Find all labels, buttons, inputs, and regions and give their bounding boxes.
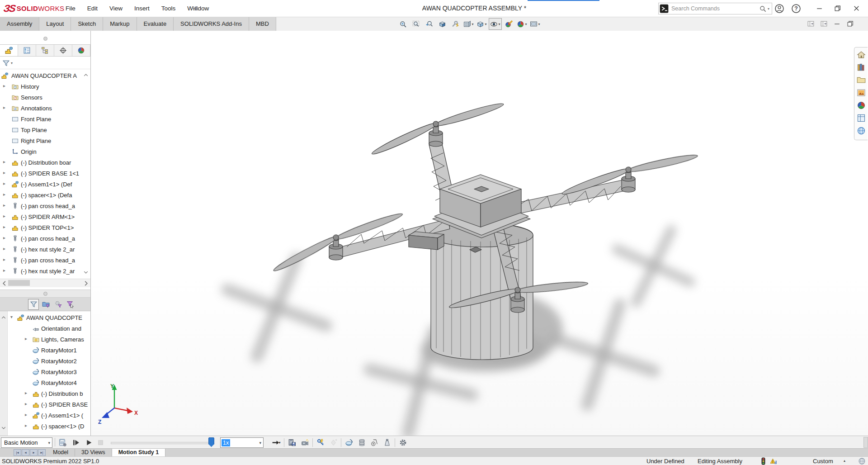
- design-library-icon[interactable]: [857, 63, 866, 72]
- panel-splitter-dot[interactable]: [43, 37, 47, 41]
- tree-item[interactable]: ▸Lights, Cameras: [8, 334, 90, 345]
- tree-item[interactable]: Front Plane: [0, 114, 90, 125]
- apply-scene-icon[interactable]: ▾: [516, 19, 528, 29]
- motion-scroll-down-icon[interactable]: [1, 425, 6, 431]
- filter-icon[interactable]: ▾: [2, 59, 13, 67]
- doc-tab-model[interactable]: Model: [47, 449, 75, 457]
- custom-properties-icon[interactable]: [857, 114, 866, 123]
- tree-item[interactable]: ▸(-) spacer<1> (Defa: [0, 190, 90, 201]
- tree-item[interactable]: RotaryMotor3: [8, 367, 90, 378]
- tree-scroll-down-icon[interactable]: [83, 270, 89, 275]
- account-icon[interactable]: [774, 3, 785, 14]
- tree-item[interactable]: ▸(-) Distribution boar: [0, 157, 90, 168]
- playback-speed-select[interactable]: 1x ▾: [220, 437, 264, 448]
- timeline-slider-track[interactable]: [111, 442, 211, 444]
- menu-item-tools[interactable]: Tools: [156, 0, 182, 17]
- menu-item-view[interactable]: View: [104, 0, 128, 17]
- menu-item-edit[interactable]: Edit: [81, 0, 104, 17]
- panel-tab-configurations[interactable]: [36, 45, 54, 56]
- filter-gear-icon[interactable]: [52, 299, 63, 310]
- spring-icon[interactable]: [357, 437, 367, 447]
- panel-tab-featuremanager[interactable]: [0, 45, 18, 56]
- tree-item[interactable]: ▸Annotations: [0, 103, 90, 114]
- hide-show-icon[interactable]: ▾: [489, 18, 502, 30]
- close-button[interactable]: [847, 0, 865, 16]
- help-icon[interactable]: [791, 3, 802, 14]
- tree-item[interactable]: ▾AWAN QUADCOPTE: [8, 313, 90, 323]
- tree-splitter[interactable]: [0, 289, 90, 298]
- autokey-icon[interactable]: [316, 437, 326, 447]
- tree-item[interactable]: ▸(-) pan cross head_a: [0, 233, 90, 244]
- tree-item[interactable]: ▸(-) SPIDER BASE: [8, 399, 90, 410]
- search-icon[interactable]: [759, 5, 767, 13]
- tree-item[interactable]: ▸(-) SPIDER BASE 1<1: [0, 168, 90, 179]
- tree-item[interactable]: RotaryMotor1: [8, 345, 90, 356]
- doc-pane-icon[interactable]: [819, 19, 829, 28]
- panel-tab-dimxpert[interactable]: [54, 45, 72, 56]
- menu-item-file[interactable]: File: [60, 0, 81, 17]
- ribbon-tab-assembly[interactable]: Assembly: [0, 17, 39, 31]
- status-units-custom[interactable]: Custom: [813, 458, 833, 465]
- play-button[interactable]: [84, 438, 94, 447]
- search-dropdown-icon[interactable]: ▾: [768, 7, 769, 11]
- play-from-start-button[interactable]: [71, 438, 81, 447]
- tree-horizontal-scrollbar[interactable]: [0, 279, 90, 287]
- tree-item[interactable]: ▸(-) SPIDER TOP<1>: [0, 223, 90, 233]
- tree-item[interactable]: ▸(-) pan cross head_a: [0, 255, 90, 266]
- dynamic-annotation-icon[interactable]: [449, 19, 462, 29]
- tree-item[interactable]: ▸(-) SPIDER ARM<1>: [0, 212, 90, 223]
- globe-status-icon[interactable]: [858, 457, 866, 465]
- ribbon-tab-sketch[interactable]: Sketch: [71, 17, 103, 31]
- display-style-icon[interactable]: ▾: [476, 19, 488, 29]
- tab-nav-2[interactable]: ▸: [30, 449, 38, 456]
- ribbon-tab-solidworks-add-ins[interactable]: SOLIDWORKS Add-Ins: [174, 17, 249, 31]
- appearances-icon[interactable]: [857, 101, 866, 110]
- doc-tab-3d-views[interactable]: 3D Views: [75, 449, 112, 457]
- graphics-viewport[interactable]: Y X Z: [91, 31, 868, 436]
- motion-bar-scroll[interactable]: [863, 437, 868, 448]
- add-key-icon[interactable]: [328, 437, 338, 447]
- zoom-area-icon[interactable]: [410, 19, 422, 29]
- doc-tab-motion-study-1[interactable]: Motion Study 1: [112, 449, 166, 457]
- edit-appearance-icon[interactable]: [503, 19, 515, 29]
- previous-view-icon[interactable]: [423, 19, 435, 29]
- gravity-icon[interactable]: [382, 437, 392, 447]
- win-restore-icon[interactable]: [845, 19, 855, 28]
- tree-item[interactable]: Origin: [0, 147, 90, 157]
- filter-folder-icon[interactable]: [40, 299, 51, 310]
- panel-tab-displaymanager[interactable]: [72, 45, 90, 56]
- filter-icon[interactable]: [28, 299, 39, 310]
- tree-item[interactable]: AWAN QUADCOPTER A: [0, 71, 90, 81]
- stop-button[interactable]: [95, 438, 105, 447]
- tree-item[interactable]: RotaryMotor4: [8, 378, 90, 389]
- tree-item[interactable]: Orientation and: [8, 323, 90, 334]
- file-explorer-icon[interactable]: [857, 76, 866, 85]
- tree-scroll-up-icon[interactable]: [83, 72, 89, 78]
- tab-nav-1[interactable]: ◂: [22, 449, 29, 456]
- tree-item[interactable]: RotaryMotor2: [8, 356, 90, 367]
- menu-item-insert[interactable]: Insert: [128, 0, 156, 17]
- motor-icon[interactable]: [344, 437, 354, 447]
- tree-item[interactable]: ▸(-) Assem1<1> (: [8, 410, 90, 421]
- zoom-fit-icon[interactable]: [397, 19, 409, 29]
- restore-button[interactable]: [828, 0, 846, 16]
- home-icon[interactable]: [857, 50, 866, 59]
- playback-mode-icon[interactable]: ▾: [271, 437, 281, 447]
- search-box[interactable]: ▾: [658, 3, 772, 14]
- view-settings-icon[interactable]: ▾: [529, 19, 541, 29]
- tree-item[interactable]: ▸(-) hex nut style 2_ar: [0, 244, 90, 255]
- scroll-left-icon[interactable]: [0, 280, 8, 287]
- view-selector-icon[interactable]: ▾: [462, 19, 475, 29]
- save-animation-icon[interactable]: [287, 437, 297, 447]
- panel-tab-propertymanager[interactable]: [18, 45, 36, 56]
- tree-item[interactable]: ▸(-) hex nut style 2_ar: [0, 266, 90, 277]
- tree-item[interactable]: ▸(-) Distribution b: [8, 389, 90, 399]
- scroll-thumb[interactable]: [8, 280, 30, 286]
- search-input[interactable]: [669, 5, 759, 12]
- pin-icon[interactable]: [192, 5, 200, 13]
- ribbon-tab-mbd[interactable]: MBD: [249, 17, 276, 31]
- tree-item[interactable]: ▸(-) Assem1<1> (Def: [0, 179, 90, 190]
- ribbon-tab-markup[interactable]: Markup: [103, 17, 137, 31]
- properties-icon[interactable]: [398, 437, 408, 447]
- scroll-right-icon[interactable]: [82, 280, 90, 287]
